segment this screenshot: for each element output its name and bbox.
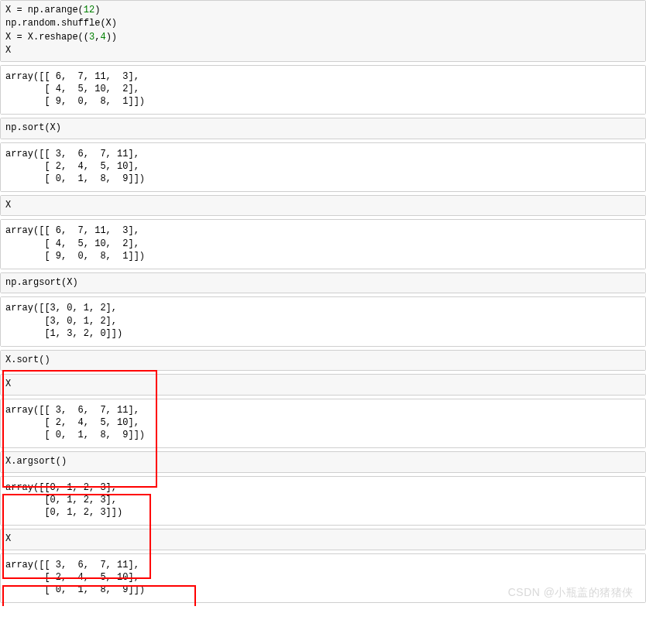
code-line: np.sort(X) [5, 122, 641, 135]
input-cell: X.sort() [0, 350, 646, 371]
code-text: X.argsort() [5, 456, 67, 467]
cell-gap [0, 62, 646, 65]
code-line: X [5, 378, 641, 391]
code-text: X = X.reshape(( [5, 32, 89, 43]
output-cell: array([[3, 0, 1, 2], [3, 0, 1, 2], [1, 3… [0, 296, 646, 347]
watermark-text: CSDN @小瓶盖的猪猪侠 [508, 586, 634, 600]
output-cell: array([[ 6, 7, 11, 3], [ 4, 5, 10, 2], [… [0, 219, 646, 269]
code-text: ) [94, 5, 100, 15]
code-line: X [5, 199, 641, 212]
code-line: np.argsort(X) [5, 276, 641, 289]
cell-content: X [1, 196, 645, 215]
cell-content: np.argsort(X) [1, 273, 645, 293]
cell-content: np.sort(X) [1, 118, 645, 138]
notebook-container: X = np.arange(12)np.random.shuffle(X)X =… [0, 0, 646, 606]
code-line: X.sort() [5, 354, 641, 367]
code-text: np.sort(X) [5, 122, 61, 133]
code-text: np.argsort(X) [5, 277, 78, 288]
code-line: X = X.reshape((3,4)) [5, 31, 641, 44]
numeric-literal: 12 [84, 5, 94, 15]
input-cell: np.sort(X) [0, 118, 646, 139]
cell-content: array([[ 3, 6, 7, 11], [ 2, 4, 5, 10], [… [1, 143, 645, 192]
cell-content: X = np.arange(12)np.random.shuffle(X)X =… [1, 1, 645, 61]
cell-content: X.sort() [1, 351, 645, 370]
code-text: X [5, 45, 11, 56]
input-cell: X [0, 195, 646, 216]
cell-gap [0, 603, 646, 606]
cell-gap [0, 139, 646, 142]
input-cell: X [0, 374, 646, 395]
cell-content: array([[3, 0, 1, 2], [3, 0, 1, 2], [1, 3… [1, 297, 645, 346]
cell-content: array([[ 6, 7, 11, 3], [ 4, 5, 10, 2], [… [1, 66, 645, 115]
input-cell: X.argsort() [0, 451, 646, 472]
cell-content: X.argsort() [1, 452, 645, 471]
code-line: np.random.shuffle(X) [5, 17, 641, 30]
code-text: np.random.shuffle(X) [5, 18, 117, 29]
input-cell: X [0, 529, 646, 550]
output-cell: array([[0, 1, 2, 3], [0, 1, 2, 3], [0, 1… [0, 476, 646, 526]
numeric-literal: 4 [100, 32, 105, 43]
cell-content: array([[ 6, 7, 11, 3], [ 4, 5, 10, 2], [… [1, 220, 645, 269]
cell-content: array([[ 3, 6, 7, 11], [ 2, 4, 5, 10], [… [1, 399, 645, 448]
code-text: X [5, 379, 11, 389]
input-cell: np.argsort(X) [0, 272, 646, 293]
code-line: X.argsort() [5, 455, 641, 468]
code-line: X [5, 533, 641, 546]
cell-content: X [1, 529, 645, 549]
code-line: X = np.arange(12) [5, 4, 641, 17]
output-cell: array([[ 3, 6, 7, 11], [ 2, 4, 5, 10], [… [0, 399, 646, 449]
code-text: X.sort() [5, 355, 50, 365]
code-line: X [5, 44, 641, 57]
cell-content: X [1, 375, 645, 394]
code-text: X [5, 533, 11, 544]
code-text: )) [106, 32, 117, 43]
cell-content: array([[0, 1, 2, 3], [0, 1, 2, 3], [0, 1… [1, 477, 645, 526]
output-cell: array([[ 3, 6, 7, 11], [ 2, 4, 5, 10], [… [0, 142, 646, 193]
input-cell: X = np.arange(12)np.random.shuffle(X)X =… [0, 0, 646, 62]
output-cell: array([[ 6, 7, 11, 3], [ 4, 5, 10, 2], [… [0, 65, 646, 115]
code-text: X [5, 200, 11, 211]
code-text: X = np.arange( [5, 5, 84, 15]
